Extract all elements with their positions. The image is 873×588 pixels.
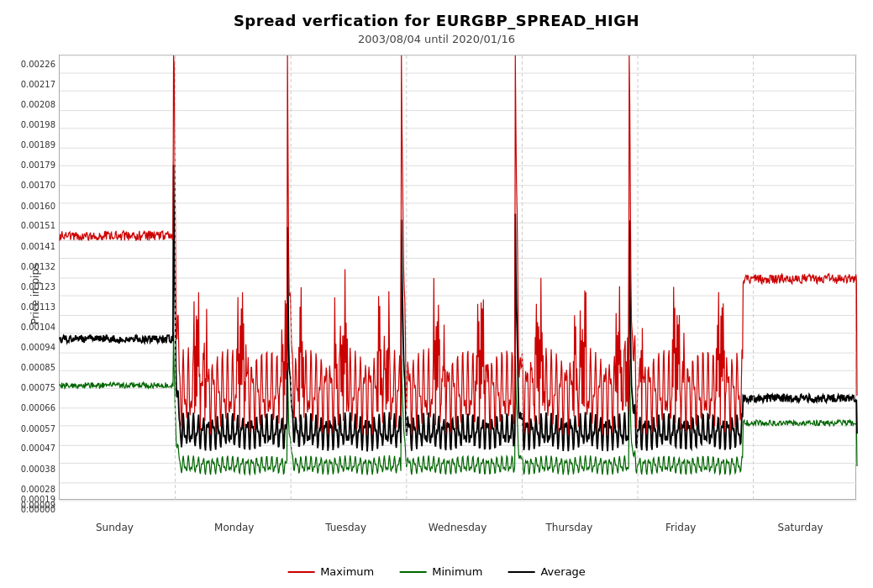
y-tick: 0.00198 xyxy=(21,120,55,129)
x-tick: Wednesday xyxy=(429,522,486,533)
y-tick: 0.00094 xyxy=(21,343,55,352)
y-tick: 0.00085 xyxy=(21,362,55,371)
legend-line-maximum xyxy=(287,571,314,573)
y-tick: 0.00208 xyxy=(21,99,55,108)
chart-title: Spread verfication for EURGBP_SPREAD_HIG… xyxy=(0,0,873,29)
legend-item-minimum: Minimum xyxy=(399,565,482,578)
x-tick: Saturday xyxy=(778,522,823,533)
legend-item-maximum: Maximum xyxy=(287,565,374,578)
y-tick: 0.00038 xyxy=(21,464,55,473)
y-tick: 0.00028 xyxy=(21,484,55,493)
y-tick: 0.00179 xyxy=(21,160,55,170)
y-tick: 0.00047 xyxy=(21,444,55,453)
x-tick: Thursday xyxy=(545,522,592,533)
y-tick: 0.00104 xyxy=(21,323,55,332)
y-tick: 0.00217 xyxy=(21,79,55,88)
x-tick: Tuesday xyxy=(325,522,366,533)
y-tick: 0.00151 xyxy=(21,221,55,230)
legend-label-maximum: Maximum xyxy=(320,565,374,578)
y-tick: 0.00057 xyxy=(21,423,55,433)
y-tick: 0.00160 xyxy=(21,201,55,210)
legend-item-average: Average xyxy=(507,565,585,578)
x-ticks-container: SundayMondayTuesdayWednesdayThursdayFrid… xyxy=(59,517,856,542)
legend-label-average: Average xyxy=(540,565,585,578)
y-tick: 0.00132 xyxy=(21,261,55,270)
y-tick: 0.00075 xyxy=(21,383,55,392)
chart-svg xyxy=(60,55,855,499)
y-tick: 0.00066 xyxy=(21,403,55,412)
y-tick: 0.00170 xyxy=(21,181,55,190)
x-tick: Friday xyxy=(665,522,696,533)
x-tick: Sunday xyxy=(96,522,134,533)
y-tick: 0.00123 xyxy=(21,282,55,291)
legend-line-minimum xyxy=(399,571,426,573)
chart-container: Spread verfication for EURGBP_SPREAD_HIG… xyxy=(0,0,873,588)
x-tick: Monday xyxy=(214,522,254,533)
y-tick: 0.00226 xyxy=(21,60,55,69)
legend-line-average xyxy=(507,571,534,573)
y-ticks-container: 0.002260.002170.002080.001980.001890.001… xyxy=(0,55,59,500)
legend-label-minimum: Minimum xyxy=(432,565,482,578)
chart-subtitle: 2003/08/04 until 2020/01/16 xyxy=(0,33,873,45)
y-tick: 0.00141 xyxy=(21,241,55,250)
chart-area xyxy=(59,55,856,500)
legend: Maximum Minimum Average xyxy=(287,565,586,578)
y-tick: 0.00189 xyxy=(21,139,55,149)
y-tick: 0.00113 xyxy=(21,302,55,311)
y-tick: 0.00000 xyxy=(21,505,55,514)
